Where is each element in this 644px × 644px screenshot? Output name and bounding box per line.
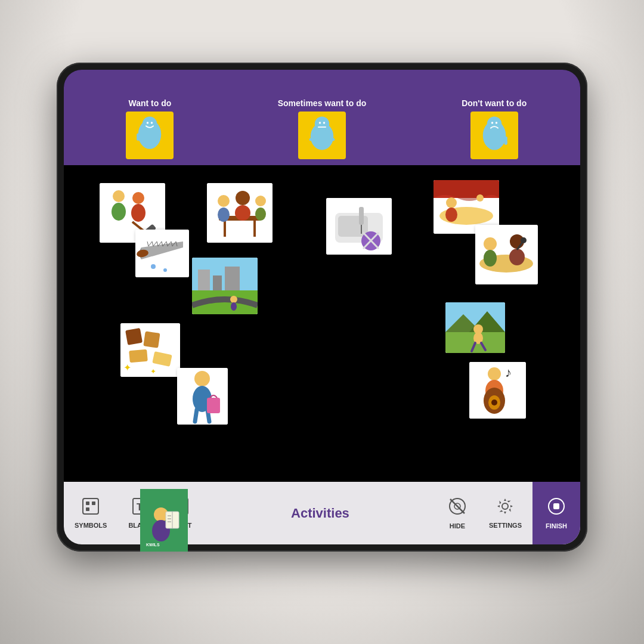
symbols-label: SYMBOLS bbox=[75, 522, 107, 529]
settings-icon bbox=[496, 497, 514, 519]
tablet: Want to do bbox=[57, 63, 587, 552]
category-dont[interactable]: Don't want to do bbox=[408, 70, 580, 165]
card-music[interactable]: ♪ bbox=[469, 362, 526, 419]
svg-point-15 bbox=[495, 122, 497, 124]
category-sometimes[interactable]: Sometimes want to do bbox=[236, 70, 408, 165]
scene: Want to do bbox=[0, 0, 644, 644]
svg-rect-50 bbox=[125, 328, 143, 345]
svg-point-95 bbox=[488, 367, 501, 380]
settings-label: SETTINGS bbox=[489, 522, 522, 529]
svg-rect-101 bbox=[86, 501, 89, 505]
screen: Want to do bbox=[64, 70, 580, 544]
svg-text:KWILS: KWILS bbox=[146, 543, 160, 545]
hide-button[interactable]: HIDE bbox=[436, 482, 478, 544]
svg-point-29 bbox=[151, 264, 156, 269]
svg-point-81 bbox=[509, 249, 525, 265]
svg-point-7 bbox=[315, 117, 330, 132]
hide-icon bbox=[448, 497, 467, 520]
svg-point-36 bbox=[218, 208, 230, 222]
card-group-table[interactable] bbox=[207, 183, 273, 243]
svg-line-59 bbox=[195, 410, 197, 422]
card-puzzle[interactable]: ✦ ✦ bbox=[120, 323, 180, 377]
svg-rect-123 bbox=[553, 503, 559, 509]
svg-point-9 bbox=[319, 122, 321, 124]
dont-icon bbox=[470, 112, 518, 159]
card-dining-group[interactable] bbox=[475, 225, 538, 284]
finish-button[interactable]: FINISH bbox=[532, 482, 580, 544]
finish-label: FINISH bbox=[546, 522, 567, 530]
card-outdoor-walk[interactable] bbox=[445, 302, 505, 353]
svg-rect-100 bbox=[83, 499, 98, 514]
svg-point-37 bbox=[236, 191, 250, 205]
category-want[interactable]: Want to do bbox=[64, 70, 236, 165]
svg-point-10 bbox=[323, 122, 326, 124]
svg-point-78 bbox=[484, 237, 497, 250]
svg-point-48 bbox=[231, 302, 237, 311]
svg-point-13 bbox=[487, 117, 501, 132]
card-shopping[interactable] bbox=[177, 368, 228, 425]
svg-point-14 bbox=[491, 122, 493, 124]
svg-point-21 bbox=[132, 192, 144, 204]
svg-point-83 bbox=[521, 237, 527, 243]
sometimes-icon bbox=[298, 112, 346, 159]
svg-point-57 bbox=[194, 371, 210, 386]
svg-text:✦: ✦ bbox=[123, 363, 131, 373]
svg-rect-102 bbox=[92, 501, 95, 505]
svg-point-20 bbox=[112, 203, 126, 221]
svg-point-19 bbox=[113, 190, 125, 202]
settings-button[interactable]: SETTINGS bbox=[478, 482, 532, 544]
symbols-button[interactable]: SYMBOLS bbox=[64, 482, 117, 544]
svg-point-74 bbox=[445, 208, 457, 222]
svg-point-79 bbox=[484, 250, 497, 267]
category-bar: Want to do bbox=[64, 70, 580, 165]
svg-rect-61 bbox=[207, 398, 220, 413]
svg-rect-46 bbox=[225, 267, 240, 290]
svg-point-40 bbox=[255, 208, 266, 221]
svg-rect-103 bbox=[86, 507, 89, 511]
svg-point-121 bbox=[502, 503, 508, 509]
svg-point-38 bbox=[235, 205, 250, 221]
toolbar: SYMBOLS T BLANK bbox=[64, 482, 580, 544]
hide-label: HIDE bbox=[450, 522, 465, 530]
svg-rect-45 bbox=[213, 275, 222, 290]
card-landscape[interactable] bbox=[192, 258, 258, 314]
card-saw[interactable] bbox=[135, 230, 189, 277]
activities-label: Activities bbox=[204, 482, 436, 544]
category-want-label: Want to do bbox=[128, 98, 171, 108]
svg-rect-65 bbox=[359, 207, 364, 225]
svg-point-22 bbox=[131, 204, 145, 222]
main-content: ✦ ✦ bbox=[64, 165, 580, 482]
activity-book-card[interactable]: KWILS bbox=[140, 489, 188, 544]
svg-point-47 bbox=[230, 296, 237, 303]
svg-point-35 bbox=[218, 195, 230, 207]
svg-rect-5 bbox=[137, 134, 140, 139]
svg-point-1 bbox=[143, 117, 157, 132]
svg-rect-17 bbox=[504, 140, 507, 145]
svg-text:✦: ✦ bbox=[150, 367, 156, 376]
category-sometimes-label: Sometimes want to do bbox=[278, 98, 367, 108]
finish-icon bbox=[547, 497, 566, 520]
svg-point-73 bbox=[446, 197, 457, 208]
svg-point-75 bbox=[476, 194, 484, 202]
svg-rect-44 bbox=[198, 270, 210, 290]
svg-text:♪: ♪ bbox=[505, 365, 512, 380]
svg-rect-52 bbox=[129, 349, 148, 363]
svg-point-3 bbox=[151, 122, 153, 124]
svg-rect-51 bbox=[143, 331, 160, 348]
svg-point-39 bbox=[255, 196, 266, 206]
svg-point-2 bbox=[147, 122, 149, 124]
svg-line-119 bbox=[450, 499, 465, 513]
svg-point-99 bbox=[491, 400, 497, 405]
card-sewing[interactable] bbox=[326, 198, 392, 255]
svg-point-30 bbox=[163, 268, 167, 272]
category-dont-label: Don't want to do bbox=[462, 98, 527, 108]
want-icon bbox=[126, 112, 174, 159]
symbols-icon bbox=[82, 497, 100, 519]
